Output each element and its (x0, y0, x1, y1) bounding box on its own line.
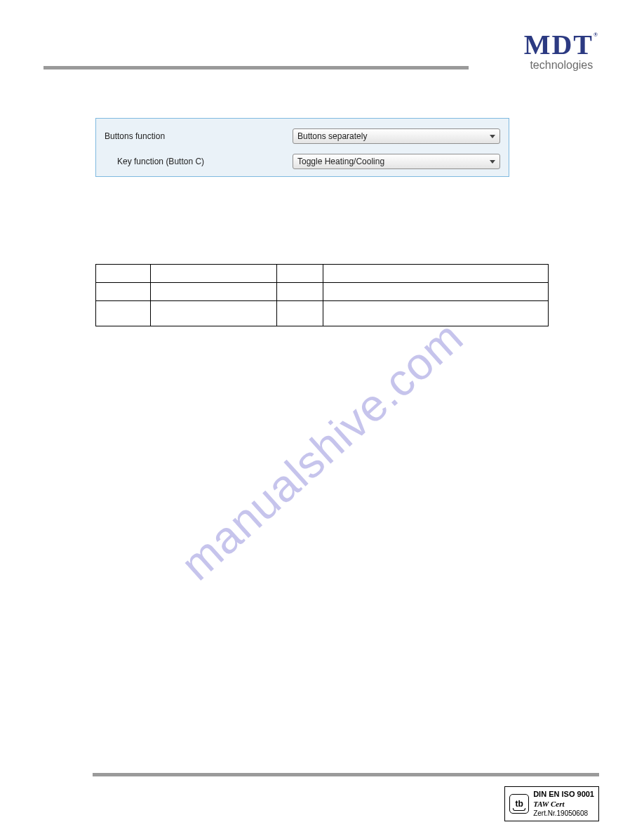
table-cell (151, 301, 277, 326)
cert-icon-text: tb (516, 799, 523, 809)
table-cell (151, 283, 277, 301)
label-buttons-function: Buttons function (105, 131, 287, 141)
registered-mark-icon: ® (593, 32, 599, 38)
cert-line2a: TAW (533, 800, 551, 808)
table-cell (277, 265, 323, 283)
header-divider (43, 66, 469, 70)
table-cell (151, 265, 277, 283)
table-cell (96, 265, 151, 283)
data-table (95, 264, 549, 326)
footer-divider (93, 773, 599, 776)
select-key-function-value: Toggle Heating/Cooling (297, 157, 384, 166)
logo-letters: MDT (524, 29, 593, 60)
select-key-function[interactable]: Toggle Heating/Cooling (293, 154, 500, 169)
logo-text: MDT® (524, 32, 599, 58)
table-row (96, 283, 549, 301)
settings-panel: Buttons function Buttons separately Key … (95, 118, 509, 177)
select-buttons-function[interactable]: Buttons separately (293, 128, 500, 144)
cert-line1: DIN EN ISO 9001 (533, 790, 594, 800)
cert-line2: TAW Cert (533, 800, 594, 809)
cert-icon: tb (509, 794, 529, 814)
cert-text: DIN EN ISO 9001 TAW Cert Zert.Nr.1905060… (533, 790, 594, 818)
table-cell (96, 301, 151, 326)
table-cell (323, 265, 549, 283)
cert-line3: Zert.Nr.19050608 (533, 809, 594, 819)
table-row (96, 265, 549, 283)
logo-subtext: technologies (524, 59, 599, 72)
table-cell (96, 283, 151, 301)
setting-row-buttons-function: Buttons function Buttons separately (105, 126, 500, 147)
table-cell (277, 301, 323, 326)
cert-line2b: Cert (551, 800, 565, 808)
certification-badge: tb DIN EN ISO 9001 TAW Cert Zert.Nr.1905… (504, 786, 599, 821)
setting-row-key-function: Key function (Button C) Toggle Heating/C… (105, 151, 500, 172)
table-cell (277, 283, 323, 301)
watermark-text: manualshive.com (171, 310, 474, 590)
brand-logo: MDT® technologies (524, 32, 599, 72)
table-cell (323, 283, 549, 301)
label-key-function: Key function (Button C) (105, 157, 287, 166)
table-row (96, 301, 549, 326)
select-buttons-function-value: Buttons separately (297, 131, 367, 141)
chevron-down-icon (490, 135, 495, 138)
table-cell (323, 301, 549, 326)
chevron-down-icon (490, 160, 495, 164)
